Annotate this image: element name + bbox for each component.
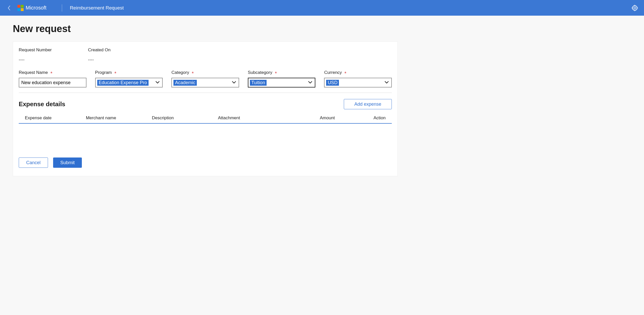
header-divider bbox=[62, 4, 62, 12]
chevron-down-icon bbox=[231, 80, 237, 85]
chevron-down-icon bbox=[384, 80, 389, 85]
currency-value: USD bbox=[326, 80, 339, 86]
col-header-amount: Amount bbox=[284, 115, 335, 121]
chevron-down-icon bbox=[155, 80, 160, 85]
subcategory-value: Tuition bbox=[250, 80, 267, 86]
page-body: New request Request Number ---- Created … bbox=[0, 16, 644, 186]
actions-row: Cancel Submit bbox=[19, 158, 392, 168]
meta-row: Request Number ---- Created On ---- bbox=[19, 47, 392, 62]
brand-text: Microsoft bbox=[26, 5, 46, 11]
cancel-button[interactable]: Cancel bbox=[19, 158, 48, 168]
expense-details-title: Expense details bbox=[19, 101, 65, 108]
form-row: Request Name * Program * Education Expen… bbox=[19, 70, 392, 93]
chevron-left-icon bbox=[7, 5, 11, 11]
gear-icon bbox=[631, 4, 638, 12]
request-number-value: ---- bbox=[19, 57, 65, 62]
program-field: Program * Education Expense Pro bbox=[95, 70, 163, 87]
request-card: Request Number ---- Created On ---- Requ… bbox=[13, 42, 398, 176]
subcategory-label: Subcategory bbox=[248, 70, 272, 75]
col-header-date: Expense date bbox=[25, 115, 86, 121]
expense-table-body bbox=[19, 124, 392, 154]
program-select[interactable]: Education Expense Pro bbox=[95, 78, 163, 87]
submit-button[interactable]: Submit bbox=[53, 158, 82, 168]
subcategory-field: Subcategory * Tuition bbox=[248, 70, 316, 87]
created-on-label: Created On bbox=[88, 47, 134, 53]
request-number-label: Request Number bbox=[19, 47, 65, 53]
category-select[interactable]: Academic bbox=[171, 78, 239, 87]
request-name-label: Request Name bbox=[19, 70, 48, 75]
svg-point-0 bbox=[634, 7, 636, 9]
microsoft-logo-icon bbox=[17, 5, 24, 11]
back-button[interactable] bbox=[6, 4, 13, 12]
add-expense-button[interactable]: Add expense bbox=[344, 99, 392, 109]
col-header-description: Description bbox=[152, 115, 218, 121]
category-value: Academic bbox=[173, 80, 197, 86]
category-field: Category * Academic bbox=[171, 70, 239, 87]
col-header-attachment: Attachment bbox=[218, 115, 284, 121]
expense-table: Expense date Merchant name Description A… bbox=[19, 113, 392, 154]
app-title: Reimbursement Request bbox=[70, 5, 124, 11]
chevron-down-icon bbox=[308, 80, 313, 85]
microsoft-logo: Microsoft bbox=[17, 5, 46, 11]
col-header-merchant: Merchant name bbox=[86, 115, 152, 121]
settings-button[interactable] bbox=[631, 4, 638, 12]
program-label: Program bbox=[95, 70, 112, 75]
expense-table-header: Expense date Merchant name Description A… bbox=[19, 113, 392, 124]
request-name-field: Request Name * bbox=[19, 70, 86, 87]
program-value: Education Expense Pro bbox=[97, 80, 149, 86]
app-header: Microsoft Reimbursement Request bbox=[0, 0, 644, 16]
request-name-input[interactable] bbox=[19, 78, 86, 87]
currency-field: Currency * USD bbox=[324, 70, 392, 87]
currency-select[interactable]: USD bbox=[324, 78, 392, 87]
col-header-action: Action bbox=[335, 115, 386, 121]
request-number-block: Request Number ---- bbox=[19, 47, 65, 62]
created-on-block: Created On ---- bbox=[88, 47, 134, 62]
category-label: Category bbox=[171, 70, 189, 75]
subcategory-select[interactable]: Tuition bbox=[248, 78, 316, 87]
page-title: New request bbox=[13, 23, 631, 34]
created-on-value: ---- bbox=[88, 57, 134, 62]
currency-label: Currency bbox=[324, 70, 342, 75]
expense-details-header: Expense details Add expense bbox=[19, 99, 392, 109]
